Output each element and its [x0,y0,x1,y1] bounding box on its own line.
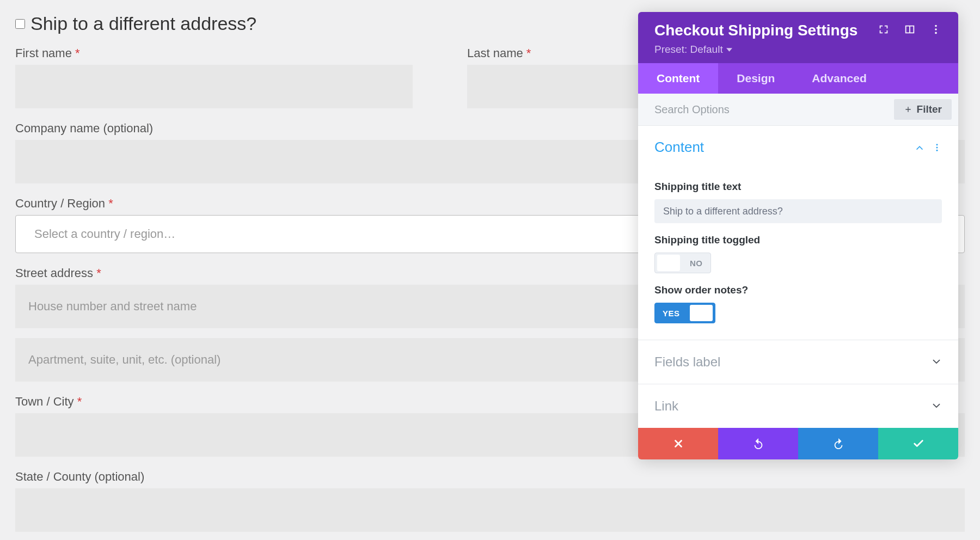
state-label: State / County (optional) [15,470,965,484]
last-name-label: Last name [467,46,523,60]
city-label: Town / City [15,395,74,408]
toggle-knob [657,255,680,271]
street1-placeholder: House number and street name [28,299,197,314]
undo-button[interactable] [718,428,798,459]
country-label: Country / Region [15,197,105,210]
accordion-fields-label-title: Fields label [654,354,720,370]
show-order-notes-label: Show order notes? [654,284,942,296]
chevron-down-icon [931,401,942,412]
show-order-notes-toggle[interactable]: YES [654,303,715,323]
expand-icon[interactable] [878,23,890,38]
accordion-link-title: Link [654,398,678,414]
section-content-title: Content [654,139,704,156]
accordion-fields-label[interactable]: Fields label [638,340,958,384]
save-button[interactable] [878,428,958,459]
close-icon [672,438,684,450]
panel-footer [638,428,958,459]
shipping-title-text-input[interactable] [654,199,942,223]
required-asterisk: * [526,46,531,60]
required-asterisk: * [96,266,101,280]
chevron-up-icon[interactable] [915,143,924,152]
tab-content[interactable]: Content [638,63,718,94]
shipping-title-text-label: Shipping title text [654,181,942,193]
chevron-down-icon [931,357,942,367]
ship-different-address-checkbox[interactable] [15,19,25,29]
required-asterisk: * [77,395,82,408]
settings-panel: Checkout Shipping Settings Preset: Defau… [638,12,958,459]
svg-point-0 [935,25,937,27]
undo-icon [752,438,764,450]
svg-point-4 [936,146,938,148]
redo-icon [832,438,844,450]
search-options-bar: Search Options Filter [638,94,958,126]
panel-title: Checkout Shipping Settings [654,22,857,39]
shipping-title-toggled-label: Shipping title toggled [654,234,942,246]
state-input[interactable] [15,488,965,532]
more-icon[interactable] [932,143,942,152]
svg-point-3 [936,144,938,145]
preset-selector[interactable]: Preset: Default [654,44,942,56]
caret-down-icon [726,47,732,53]
check-icon [912,438,924,450]
filter-button[interactable]: Filter [894,99,952,120]
redo-button[interactable] [798,428,878,459]
shipping-title-toggled-toggle[interactable]: NO [654,253,711,273]
street2-placeholder: Apartment, suite, unit, etc. (optional) [28,353,220,367]
section-content-header[interactable]: Content [638,126,958,161]
country-placeholder: Select a country / region… [34,227,175,241]
toggle-on-text: YES [655,309,688,318]
panel-header[interactable]: Checkout Shipping Settings Preset: Defau… [638,12,958,63]
panel-tabs: Content Design Advanced [638,63,958,94]
street-label: Street address [15,266,93,280]
search-options-input[interactable]: Search Options [654,103,730,116]
svg-point-2 [935,32,937,34]
svg-point-1 [935,28,937,30]
first-name-label: First name [15,46,72,60]
filter-label: Filter [917,103,942,115]
accordion-link[interactable]: Link [638,384,958,428]
first-name-input[interactable] [15,65,413,108]
cancel-button[interactable] [638,428,718,459]
required-asterisk: * [108,197,113,210]
tab-design[interactable]: Design [718,63,793,94]
more-icon[interactable] [930,23,942,38]
toggle-off-text: NO [682,259,710,268]
svg-point-5 [936,149,938,151]
toggle-knob [690,305,713,321]
columns-icon[interactable] [904,23,916,38]
required-asterisk: * [75,46,80,60]
plus-icon [904,105,912,114]
preset-label: Preset: Default [654,44,723,56]
ship-different-address-label: Ship to a different address? [30,13,256,34]
tab-advanced[interactable]: Advanced [793,63,885,94]
